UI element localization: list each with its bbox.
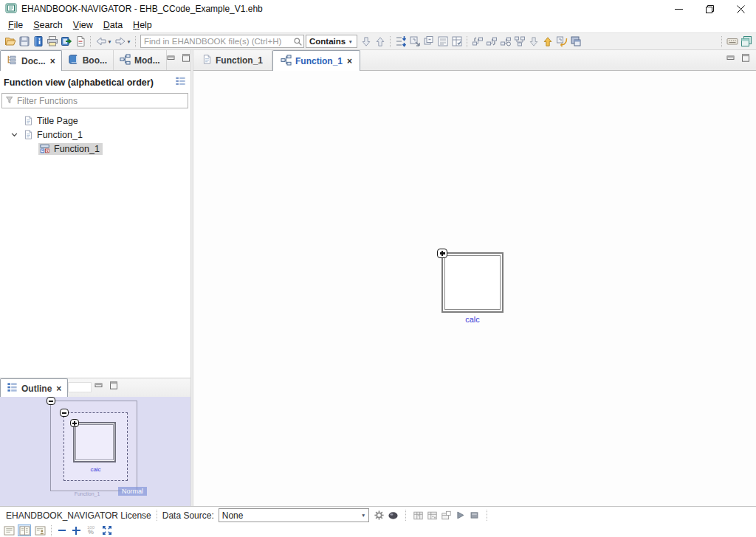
editor-area: Function_1 Function_1 × calc [193, 50, 756, 506]
tree-item-function-1[interactable]: Function_1 [0, 128, 190, 142]
nav-forward-history-icon[interactable]: ▼ [126, 39, 132, 44]
outline-calc-label: calc [64, 466, 127, 473]
maximize-outline-icon[interactable] [109, 381, 118, 392]
tree-expander-icon[interactable] [4, 133, 24, 137]
tree-selection[interactable]: Function_1 [38, 143, 103, 155]
stop-icon[interactable] [467, 508, 481, 523]
left-panel: Doc... × Boo... Mod... [0, 50, 190, 506]
window-title: EHANDBOOK-NAVIGATOR - EHB_CCode_Example_… [21, 4, 263, 14]
tab-documents[interactable]: Doc... × [0, 50, 62, 71]
text-view-icon[interactable] [436, 34, 450, 49]
data-lens-icon[interactable] [386, 508, 400, 523]
table-view-icon[interactable] [450, 34, 464, 49]
previous-function-icon[interactable] [470, 34, 484, 49]
menu-search[interactable]: Search [28, 18, 68, 32]
filter-functions-input[interactable] [17, 96, 188, 106]
tree-item-title-page[interactable]: Title Page [0, 114, 190, 128]
collapse-all-icon[interactable] [422, 34, 436, 49]
menu-view[interactable]: View [68, 18, 98, 32]
zoom-out-icon[interactable] [56, 524, 68, 536]
go-to-calibration-icon[interactable] [554, 34, 568, 49]
go-to-next-hit-icon[interactable] [359, 34, 373, 49]
play-icon[interactable] [453, 508, 467, 523]
print-icon[interactable] [45, 34, 59, 49]
export-pdf-icon[interactable] [73, 34, 87, 49]
minimize-panel-icon[interactable] [167, 54, 176, 64]
calc-block-label[interactable]: calc [441, 315, 504, 324]
toolbar-drag-handle[interactable] [487, 510, 487, 521]
outline-icon [7, 382, 18, 395]
minimize-editor-icon[interactable] [726, 54, 735, 64]
tree-item-function-1-label: Function_1 [37, 130, 83, 140]
maximize-editor-icon[interactable] [741, 54, 750, 64]
expand-all-icon[interactable] [394, 34, 408, 49]
function-diagram-canvas[interactable]: calc [193, 71, 756, 506]
page-with-author-view-icon[interactable] [33, 524, 47, 536]
tree-item-title-page-label: Title Page [37, 116, 78, 126]
tab-function-1-diagram[interactable]: Function_1 × [272, 50, 360, 71]
open-in-window-icon[interactable] [568, 34, 583, 49]
next-function-icon[interactable] [484, 34, 498, 49]
collapse-module-icon[interactable] [408, 34, 422, 49]
outline-page-thumbnail[interactable]: calc [50, 401, 137, 491]
collapse-function-badge-icon[interactable] [60, 409, 69, 417]
close-tab-outline-icon[interactable]: × [55, 384, 61, 394]
nav-back-history-icon[interactable]: ▼ [106, 39, 113, 44]
save-icon[interactable] [17, 34, 31, 49]
minimize-outline-icon[interactable] [94, 381, 103, 392]
calc-block[interactable] [441, 252, 504, 313]
open-file-icon[interactable] [3, 34, 17, 49]
calibration-window-icon[interactable] [439, 508, 453, 523]
split-view-icon[interactable] [18, 524, 31, 536]
data-source-dropdown[interactable]: None ▼ [219, 508, 369, 522]
view-menu-icon[interactable] [175, 76, 186, 89]
tab-models[interactable]: Mod... [114, 50, 167, 70]
zoom-in-icon[interactable] [70, 524, 82, 536]
page-icon [24, 115, 33, 126]
tree-item-function-1-diagram[interactable]: Function_1 [0, 142, 190, 156]
find-input[interactable] [141, 36, 292, 46]
function-hierarchy-icon[interactable] [512, 34, 526, 49]
collapse-page-badge-icon[interactable] [47, 397, 55, 405]
expand-calc-block-badge-icon[interactable] [437, 249, 447, 258]
keyboard-shortcuts-icon[interactable] [725, 34, 739, 49]
minimize-window-button[interactable] [663, 0, 694, 18]
maximize-panel-icon[interactable] [182, 54, 190, 64]
function-history-icon[interactable] [498, 34, 512, 49]
app-window: EHANDBOOK-NAVIGATOR - EHB_CCode_Example_… [0, 0, 756, 537]
find-field-wrap [140, 35, 304, 48]
tab-function-1-text[interactable]: Function_1 [193, 50, 272, 70]
book-icon [68, 54, 79, 67]
tab-function-1-diagram-label: Function_1 [295, 56, 343, 66]
fit-to-view-icon[interactable] [100, 523, 114, 537]
page-icon [24, 129, 33, 140]
tab-outline[interactable]: Outline × [0, 378, 68, 398]
outline-thumbnail-area[interactable]: calc Function_1 Normal [0, 397, 190, 506]
menu-help[interactable]: Help [128, 18, 157, 32]
close-window-button[interactable] [725, 0, 756, 18]
step-up-icon[interactable] [540, 34, 554, 49]
calibration-table-icon[interactable] [411, 508, 425, 523]
go-to-previous-hit-icon[interactable] [373, 34, 387, 49]
restore-window-button[interactable] [694, 0, 725, 18]
export-ebook-icon[interactable] [59, 34, 73, 49]
outline-calc-block[interactable] [73, 422, 116, 462]
expand-calc-badge-icon[interactable] [70, 419, 79, 427]
zoom-100-percent-icon[interactable]: 100 % [84, 526, 97, 535]
outline-function-boundary[interactable]: calc [63, 412, 128, 481]
menubar: File Search View Data Help [0, 18, 756, 32]
ebook-info-icon[interactable] [31, 34, 45, 49]
close-tab-function-1-icon[interactable]: × [346, 56, 352, 66]
close-tab-documents-icon[interactable]: × [49, 56, 55, 66]
match-mode-dropdown[interactable]: Contains ▼ [306, 35, 357, 48]
model-diagram-icon [120, 54, 131, 67]
calibration-map-icon[interactable] [425, 508, 439, 523]
open-perspective-icon[interactable] [739, 34, 753, 49]
single-page-view-icon[interactable] [2, 524, 16, 536]
step-down-icon[interactable] [526, 34, 540, 49]
data-source-settings-gear-icon[interactable] [372, 508, 386, 523]
tab-books[interactable]: Boo... [62, 50, 114, 70]
search-magnifier-icon[interactable] [292, 34, 303, 49]
menu-data[interactable]: Data [98, 18, 128, 32]
menu-file[interactable]: File [3, 18, 28, 32]
